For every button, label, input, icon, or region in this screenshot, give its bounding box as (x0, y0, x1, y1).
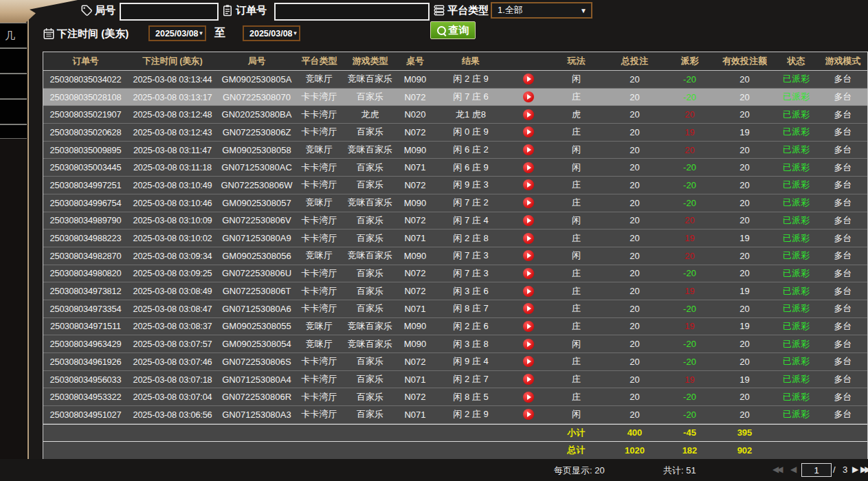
table-cell: 19 (715, 321, 774, 331)
table-cell: 2025-03-08 03:11:18 (128, 162, 217, 172)
table-cell: 多台 (819, 109, 867, 121)
table-cell: 250308034951027 (43, 410, 128, 420)
sidebar-item[interactable] (0, 74, 27, 99)
sidebar-item[interactable] (0, 48, 27, 74)
table-cell: N072 (398, 215, 432, 225)
play-video-icon[interactable] (509, 321, 547, 332)
table-cell: 250308035009895 (43, 145, 128, 155)
table-cell: 20 (715, 92, 774, 102)
play-video-icon[interactable] (509, 356, 547, 367)
bet-records-screen: 几 局号 订单号 平台类型 1.全部 ▼ 下注时间 (美东) 2025/03/0… (0, 0, 868, 481)
column-header: 订单号 (43, 56, 128, 67)
last-page-icon[interactable]: ▶▶ (860, 465, 868, 474)
play-video-icon[interactable] (509, 109, 547, 120)
play-video-icon[interactable] (509, 233, 547, 244)
date-to-select[interactable]: 2025/03/08 ▼ (243, 25, 300, 41)
play-video-icon[interactable] (509, 126, 547, 137)
table-row[interactable]: 2503080350098952025-03-08 03:11:47GM0902… (43, 142, 867, 159)
table-cell: 闲 2 庄 9 (432, 73, 509, 85)
table-cell: 250308035021907 (43, 109, 128, 120)
table-cell: N071 (398, 233, 432, 243)
table-cell: GM09025308055 (217, 321, 296, 331)
table-row[interactable]: 2503080350340222025-03-08 03:13:44GM0902… (43, 71, 867, 89)
table-cell: 多台 (819, 267, 867, 280)
play-video-icon[interactable] (509, 286, 547, 297)
query-button[interactable]: 查询 (430, 21, 476, 39)
table-row[interactable]: 2503080350219072025-03-08 03:12:48GN0202… (43, 106, 867, 124)
table-row[interactable]: 2503080349560332025-03-08 03:07:18GN0712… (43, 371, 867, 389)
table-cell: 多台 (819, 302, 867, 315)
prev-page-icon[interactable]: ◀ (790, 465, 797, 474)
table-row[interactable]: 2503080349882232025-03-08 03:10:02GN0712… (43, 230, 867, 247)
table-cell: 卡卡湾厅 (296, 373, 342, 385)
subtotal-label: 小计 (547, 427, 605, 439)
sidebar-item-slot[interactable]: 几 (0, 23, 27, 48)
play-video-icon[interactable] (509, 144, 547, 155)
table-cell: 庄 (547, 267, 605, 280)
table-row[interactable]: 2503080349733542025-03-08 03:08:47GN0712… (43, 300, 867, 318)
table-row[interactable]: 2503080349972512025-03-08 03:10:49GN0722… (43, 177, 867, 194)
play-video-icon[interactable] (509, 250, 547, 261)
table-cell: 2025-03-08 03:09:34 (128, 251, 217, 261)
table-cell: 已派彩 (774, 73, 819, 85)
page-number-input[interactable] (801, 463, 832, 477)
table-cell: 已派彩 (774, 214, 819, 227)
table-row[interactable]: 2503080349738122025-03-08 03:08:49GN0722… (43, 282, 867, 300)
sidebar-item[interactable] (0, 124, 27, 139)
table-cell: 2025-03-08 03:11:47 (128, 145, 217, 155)
table-cell: 已派彩 (774, 197, 819, 209)
column-header: 派彩 (664, 55, 715, 67)
table-cell: 百家乐 (342, 214, 398, 227)
table-row[interactable]: 2503080349828702025-03-08 03:09:34GM0902… (43, 247, 867, 265)
table-row[interactable]: 2503080350281082025-03-08 03:13:17GN0722… (43, 89, 867, 107)
table-row[interactable]: 2503080349808202025-03-08 03:09:25GN0722… (43, 265, 867, 283)
play-video-icon[interactable] (509, 303, 547, 314)
play-video-icon[interactable] (509, 162, 547, 173)
table-row[interactable]: 2503080349619262025-03-08 03:07:46GN0722… (43, 353, 867, 371)
table-cell: 19 (664, 127, 715, 137)
table-cell: 已派彩 (774, 391, 819, 403)
table-row[interactable]: 2503080349967542025-03-08 03:10:46GM0902… (43, 194, 867, 212)
play-video-icon[interactable] (509, 374, 547, 385)
platform-type-value: 1.全部 (492, 4, 523, 16)
play-video-icon[interactable] (509, 74, 547, 85)
date-from-value: 2025/03/08 (150, 29, 199, 38)
table-cell: 竞咪百家乐 (342, 338, 398, 350)
table-cell: 已派彩 (774, 338, 819, 350)
table-row[interactable]: 2503080349715112025-03-08 03:08:37GM0902… (43, 318, 867, 336)
table-row[interactable]: 2503080349897902025-03-08 03:10:09GN0722… (43, 212, 867, 230)
table-cell: 百家乐 (342, 408, 398, 421)
table-row[interactable]: 2503080349533222025-03-08 03:07:04GN0722… (43, 388, 867, 406)
play-video-icon[interactable] (509, 179, 547, 190)
play-video-icon[interactable] (509, 339, 547, 350)
platform-type-select[interactable]: 1.全部 ▼ (491, 2, 592, 19)
table-cell: 闲 (547, 249, 605, 262)
table-cell: 百家乐 (342, 179, 398, 191)
table-row[interactable]: 2503080349510272025-03-08 03:06:56GN0712… (43, 406, 867, 424)
play-video-icon[interactable] (509, 215, 547, 226)
table-cell: -20 (664, 180, 715, 190)
total-row: 总计 1020 182 902 (43, 442, 867, 460)
table-row[interactable]: 2503080350206282025-03-08 03:12:43GN0722… (43, 124, 867, 142)
next-page-icon[interactable]: ▶ (852, 465, 858, 474)
subtotal-row: 小计 400 -45 395 (43, 424, 867, 442)
total-count-label: 共计: 51 (663, 465, 696, 477)
play-video-icon[interactable] (509, 197, 547, 208)
order-number-input[interactable] (274, 3, 430, 21)
play-video-icon[interactable] (509, 392, 547, 403)
play-video-icon[interactable] (509, 409, 547, 420)
table-row[interactable]: 2503080349634292025-03-08 03:07:57GM0902… (43, 335, 867, 353)
bet-records-table: 订单号下注时间 (美东)局号平台类型游戏类型桌号结果玩法总投注派彩有效投注额状态… (43, 52, 868, 459)
table-cell: 20 (715, 162, 774, 172)
table-cell: 2025-03-08 03:08:49 (128, 286, 217, 296)
play-video-icon[interactable] (509, 91, 547, 102)
date-from-select[interactable]: 2025/03/08 ▼ (148, 25, 206, 41)
play-video-icon[interactable] (509, 268, 547, 279)
bet-time-label: 下注时间 (美东) (57, 27, 129, 41)
round-number-input[interactable] (120, 3, 219, 21)
sidebar-item[interactable] (0, 99, 27, 124)
table-cell: 20 (715, 392, 774, 402)
table-row[interactable]: 2503080350034452025-03-08 03:11:18GN0712… (43, 159, 867, 177)
table-cell: 19 (664, 286, 715, 296)
first-page-icon[interactable]: ◀◀ (772, 465, 781, 474)
